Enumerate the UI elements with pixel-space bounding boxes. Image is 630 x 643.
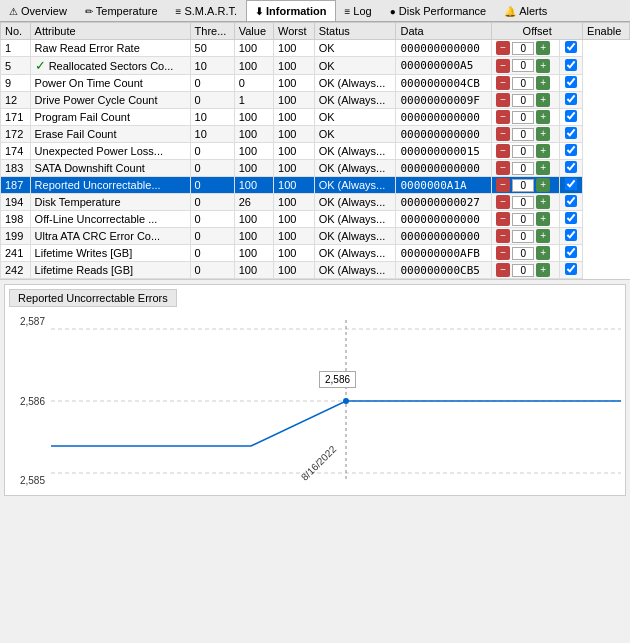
- enable-checkbox[interactable]: [565, 144, 577, 156]
- cell-data: 000000000000: [396, 109, 492, 126]
- table-row[interactable]: 171 Program Fail Count 10 100 100 OK 000…: [1, 109, 630, 126]
- enable-checkbox[interactable]: [565, 246, 577, 258]
- enable-checkbox[interactable]: [565, 212, 577, 224]
- offset-minus-button[interactable]: −: [496, 212, 510, 226]
- y-label-top: 2,587: [9, 316, 49, 327]
- tab-overview-label: Overview: [21, 5, 67, 17]
- offset-plus-button[interactable]: +: [536, 144, 550, 158]
- enable-checkbox[interactable]: [565, 178, 577, 190]
- cell-threshold: 0: [190, 160, 234, 177]
- offset-minus-button[interactable]: −: [496, 76, 510, 90]
- cell-worst: 100: [274, 126, 315, 143]
- offset-plus-button[interactable]: +: [536, 76, 550, 90]
- table-row[interactable]: 199 Ultra ATA CRC Error Co... 0 100 100 …: [1, 228, 630, 245]
- cell-attribute: Drive Power Cycle Count: [30, 92, 190, 109]
- enable-checkbox[interactable]: [565, 195, 577, 207]
- cell-status: OK (Always...: [314, 92, 396, 109]
- offset-minus-button[interactable]: −: [496, 127, 510, 141]
- cell-worst: 100: [274, 92, 315, 109]
- enable-checkbox[interactable]: [565, 263, 577, 275]
- cell-enable: [560, 211, 583, 228]
- cell-no: 1: [1, 40, 31, 57]
- tab-overview[interactable]: ⚠ Overview: [0, 0, 76, 21]
- table-row[interactable]: 241 Lifetime Writes [GB] 0 100 100 OK (A…: [1, 245, 630, 262]
- tab-smart[interactable]: ≡ S.M.A.R.T.: [167, 0, 246, 21]
- offset-minus-button[interactable]: −: [496, 144, 510, 158]
- offset-plus-button[interactable]: +: [536, 59, 550, 73]
- enable-checkbox[interactable]: [565, 229, 577, 241]
- cell-value: 100: [234, 245, 273, 262]
- table-row[interactable]: 183 SATA Downshift Count 0 100 100 OK (A…: [1, 160, 630, 177]
- cell-offset: − 0 +: [492, 126, 560, 143]
- offset-plus-button[interactable]: +: [536, 127, 550, 141]
- enable-checkbox[interactable]: [565, 161, 577, 173]
- enable-checkbox[interactable]: [565, 41, 577, 53]
- table-row[interactable]: 5 ✓ Reallocated Sectors Co... 10 100 100…: [1, 57, 630, 75]
- cell-attribute: Erase Fail Count: [30, 126, 190, 143]
- table-row[interactable]: 194 Disk Temperature 0 26 100 OK (Always…: [1, 194, 630, 211]
- offset-minus-button[interactable]: −: [496, 59, 510, 73]
- table-row[interactable]: 198 Off-Line Uncorrectable ... 0 100 100…: [1, 211, 630, 228]
- cell-value: 100: [234, 109, 273, 126]
- offset-plus-button[interactable]: +: [536, 161, 550, 175]
- cell-data: 000000000000: [396, 160, 492, 177]
- tab-disk-performance[interactable]: ● Disk Performance: [381, 0, 495, 21]
- enable-checkbox[interactable]: [565, 127, 577, 139]
- offset-value: 0: [512, 196, 534, 209]
- table-row[interactable]: 9 Power On Time Count 0 0 100 OK (Always…: [1, 75, 630, 92]
- tab-smart-label: S.M.A.R.T.: [184, 5, 237, 17]
- offset-plus-button[interactable]: +: [536, 110, 550, 124]
- cell-threshold: 0: [190, 262, 234, 279]
- offset-minus-button[interactable]: −: [496, 110, 510, 124]
- col-status: Status: [314, 23, 396, 40]
- offset-plus-button[interactable]: +: [536, 178, 550, 192]
- cell-value: 100: [234, 177, 273, 194]
- table-row[interactable]: 174 Unexpected Power Loss... 0 100 100 O…: [1, 143, 630, 160]
- enable-checkbox[interactable]: [565, 59, 577, 71]
- cell-value: 26: [234, 194, 273, 211]
- tab-log[interactable]: ≡ Log: [336, 0, 381, 21]
- cell-status: OK (Always...: [314, 194, 396, 211]
- offset-minus-button[interactable]: −: [496, 263, 510, 277]
- tab-information[interactable]: ⬇ Information: [246, 0, 336, 21]
- offset-plus-button[interactable]: +: [536, 246, 550, 260]
- table-row[interactable]: 187 Reported Uncorrectable... 0 100 100 …: [1, 177, 630, 194]
- cell-no: 9: [1, 75, 31, 92]
- tab-alerts[interactable]: 🔔 Alerts: [495, 0, 556, 21]
- cell-enable: [560, 126, 583, 143]
- enable-checkbox[interactable]: [565, 110, 577, 122]
- cell-status: OK: [314, 57, 396, 75]
- offset-value: 0: [512, 162, 534, 175]
- offset-plus-button[interactable]: +: [536, 263, 550, 277]
- table-row[interactable]: 242 Lifetime Reads [GB] 0 100 100 OK (Al…: [1, 262, 630, 279]
- tab-temperature[interactable]: ✏ Temperature: [76, 0, 167, 21]
- offset-minus-button[interactable]: −: [496, 41, 510, 55]
- offset-minus-button[interactable]: −: [496, 195, 510, 209]
- enable-checkbox[interactable]: [565, 93, 577, 105]
- offset-minus-button[interactable]: −: [496, 178, 510, 192]
- offset-minus-button[interactable]: −: [496, 93, 510, 107]
- offset-plus-button[interactable]: +: [536, 93, 550, 107]
- cell-attribute: Ultra ATA CRC Error Co...: [30, 228, 190, 245]
- cell-enable: [560, 75, 583, 92]
- table-row[interactable]: 12 Drive Power Cycle Count 0 1 100 OK (A…: [1, 92, 630, 109]
- offset-minus-button[interactable]: −: [496, 229, 510, 243]
- table-row[interactable]: 172 Erase Fail Count 10 100 100 OK 00000…: [1, 126, 630, 143]
- offset-value: 0: [512, 77, 534, 90]
- offset-plus-button[interactable]: +: [536, 229, 550, 243]
- tab-disk-performance-label: Disk Performance: [399, 5, 486, 17]
- cell-offset: − 0 +: [492, 177, 560, 194]
- enable-checkbox[interactable]: [565, 76, 577, 88]
- offset-plus-button[interactable]: +: [536, 212, 550, 226]
- offset-plus-button[interactable]: +: [536, 41, 550, 55]
- cell-status: OK: [314, 40, 396, 57]
- offset-value: 0: [512, 213, 534, 226]
- offset-minus-button[interactable]: −: [496, 246, 510, 260]
- y-axis-labels: 2,587 2,586 2,585: [9, 311, 49, 491]
- table-row[interactable]: 1 Raw Read Error Rate 50 100 100 OK 0000…: [1, 40, 630, 57]
- smart-table-area: No. Attribute Thre... Value Worst Status…: [0, 22, 630, 280]
- cell-enable: [560, 177, 583, 194]
- cell-value: 100: [234, 160, 273, 177]
- offset-plus-button[interactable]: +: [536, 195, 550, 209]
- offset-minus-button[interactable]: −: [496, 161, 510, 175]
